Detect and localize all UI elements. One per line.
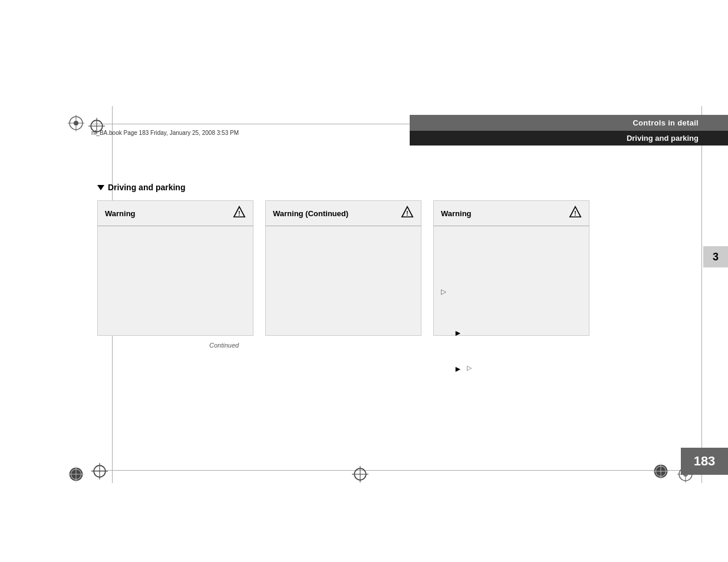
- section-heading: Driving and parking: [97, 183, 185, 192]
- bullet-arrow-2-icon: ►: [454, 363, 462, 375]
- page-number-box: 183: [681, 448, 728, 475]
- warning-box-2-header: Warning (Continued) !: [266, 201, 421, 226]
- driving-parking-bar: Driving and parking: [410, 131, 728, 146]
- warning-box-2-body: [266, 226, 421, 335]
- warning-box-1-header: Warning !: [98, 201, 253, 226]
- driving-parking-label: Driving and parking: [627, 134, 699, 143]
- warning-triangle-2-icon: !: [401, 206, 414, 221]
- vertical-line-right: [701, 106, 702, 483]
- svg-text:!: !: [406, 210, 408, 217]
- warning-box-2-title: Warning (Continued): [273, 209, 348, 218]
- warning-box-3-title: Warning: [441, 209, 472, 218]
- warning-box-1: Warning !: [97, 200, 253, 336]
- svg-text:!: !: [574, 210, 576, 217]
- warning-box-3: Warning ! ▷: [433, 200, 589, 336]
- warning-box-3-header: Warning !: [434, 201, 589, 226]
- controls-in-detail-bar: Controls in detail: [410, 115, 728, 131]
- reg-mark-bottom-center: [352, 466, 368, 482]
- reg-mark-bottom-left-inner: [91, 463, 108, 480]
- reg-mark-bottom-right-inner: [653, 463, 669, 480]
- continued-text: Continued: [209, 342, 239, 349]
- svg-text:!: !: [238, 210, 240, 217]
- warning-box-1-body: [98, 226, 253, 335]
- inline-ref-triangle: ▷: [467, 364, 472, 371]
- warning-boxes-row: Warning ! Warning (Continued) !: [97, 200, 589, 336]
- section-tab: 3: [703, 246, 728, 267]
- reg-mark-bottom-left-outer: [68, 466, 84, 482]
- section-number: 3: [713, 251, 719, 263]
- horizontal-line-bottom: [91, 470, 701, 471]
- reg-mark-top-left-outer: [68, 115, 84, 131]
- bullet-text-2: ▷: [467, 363, 472, 373]
- warning-triangle-3-icon: !: [569, 206, 582, 221]
- section-heading-text: Driving and parking: [108, 183, 185, 192]
- header-bar: Controls in detail Driving and parking: [410, 115, 728, 146]
- file-info-text: nf_BA.book Page 183 Friday, January 25, …: [91, 130, 239, 136]
- bullet-section: ► ► ▷: [454, 327, 672, 398]
- file-info: nf_BA.book Page 183 Friday, January 25, …: [91, 130, 239, 136]
- warning-box-2: Warning (Continued) !: [265, 200, 421, 336]
- bullet-item-2: ► ▷: [454, 363, 672, 375]
- bullet-arrow-1-icon: ►: [454, 328, 462, 339]
- continued-label: Continued: [209, 342, 239, 349]
- triangle-down-icon: [97, 185, 104, 190]
- warning-box-1-title: Warning: [105, 209, 136, 218]
- bullet-item-1: ►: [454, 327, 672, 339]
- warning-box-3-body: ▷: [434, 226, 589, 303]
- small-right-triangle-inline: ▷: [441, 286, 446, 297]
- controls-in-detail-label: Controls in detail: [633, 118, 699, 127]
- page-number: 183: [694, 454, 716, 468]
- warning-triangle-1-icon: !: [233, 206, 246, 221]
- svg-point-3: [74, 121, 78, 125]
